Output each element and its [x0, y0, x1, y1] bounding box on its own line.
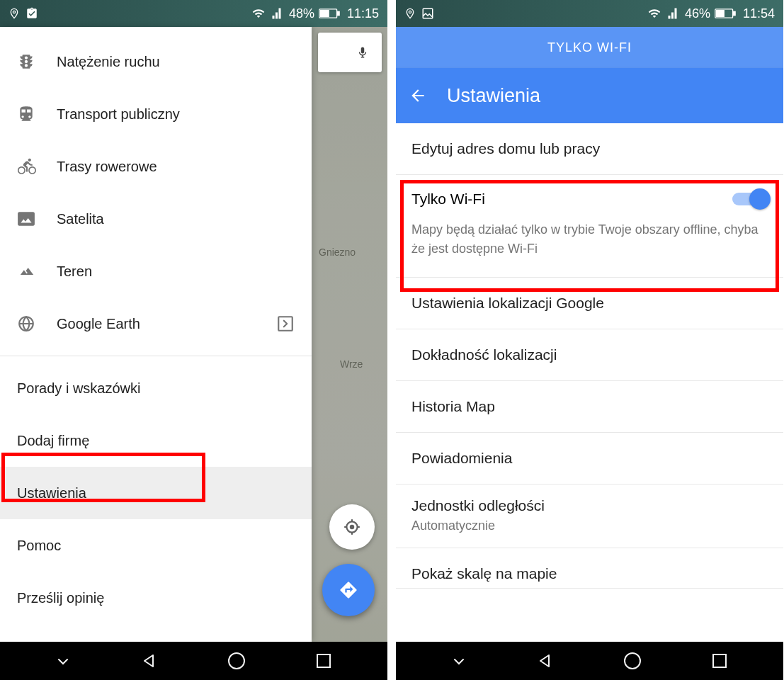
drawer-label: Porady i wskazówki: [17, 380, 295, 397]
drawer-item-tips[interactable]: Porady i wskazówki: [0, 362, 312, 414]
map-label-gniezno: Gniezno: [319, 246, 356, 258]
drawer-item-settings[interactable]: Ustawienia: [0, 467, 312, 519]
bike-icon: [17, 157, 57, 176]
location-icon: [8, 6, 20, 21]
wifi-icon: [647, 7, 662, 20]
drawer-label: Prześlij opinię: [17, 590, 295, 606]
drawer-label: Google Earth: [57, 316, 276, 332]
setting-label: Powiadomienia: [411, 450, 512, 466]
svg-point-14: [409, 11, 411, 13]
svg-rect-15: [423, 8, 433, 18]
setting-label: Historia Map: [411, 398, 495, 414]
battery-icon: [319, 8, 340, 19]
wifi-description: Mapy będą działać tylko w trybie Twoje o…: [411, 220, 768, 259]
svg-rect-20: [713, 654, 726, 667]
drawer-label: Ustawienia: [17, 485, 295, 502]
status-bar: 46% 11:54: [396, 0, 783, 27]
wifi-toggle[interactable]: [732, 193, 768, 205]
signal-icon: [271, 7, 285, 20]
battery-percent: 46%: [685, 6, 710, 21]
offline-areas-link[interactable]: Twoje obszary offline: [598, 222, 717, 237]
svg-rect-13: [317, 654, 330, 667]
nav-more-icon[interactable]: [56, 656, 70, 666]
drawer-item-satellite[interactable]: Satelita: [0, 193, 312, 245]
drawer-item-cycling[interactable]: Trasy rowerowe: [0, 140, 312, 193]
setting-distance-units[interactable]: Jednostki odległości Automatycznie: [396, 484, 783, 548]
settings-list: Edytuj adres domu lub pracy Tylko Wi-Fi …: [396, 123, 783, 642]
setting-edit-address[interactable]: Edytuj adres domu lub pracy: [396, 123, 783, 175]
svg-point-12: [229, 653, 244, 669]
nav-home-icon[interactable]: [623, 652, 642, 670]
svg-rect-2: [337, 11, 339, 15]
banner-text: TYLKO WI-FI: [547, 40, 632, 55]
svg-point-5: [351, 526, 353, 528]
divider: [0, 356, 312, 356]
search-voice-button[interactable]: [318, 33, 382, 72]
drawer-item-earth[interactable]: Google Earth: [0, 298, 312, 350]
image-small-icon: [421, 7, 434, 20]
setting-label: Dokładność lokalizacji: [411, 346, 557, 363]
nav-recent-icon[interactable]: [712, 653, 727, 669]
app-bar: Ustawienia: [396, 68, 783, 123]
terrain-icon: [17, 264, 57, 278]
svg-rect-11: [278, 317, 292, 331]
setting-label: Tylko Wi-Fi: [411, 191, 732, 208]
traffic-icon: [17, 52, 57, 71]
phone-left: 48% 11:15 Gniezno Wrze Natężenie ruchu T…: [0, 0, 387, 680]
setting-location-accuracy[interactable]: Dokładność lokalizacji: [396, 329, 783, 381]
location-icon: [404, 6, 416, 21]
setting-show-scale[interactable]: Pokaż skalę na mapie: [396, 548, 783, 589]
wifi-only-banner: TYLKO WI-FI: [396, 27, 783, 68]
setting-label: Edytuj adres domu lub pracy: [411, 140, 600, 157]
svg-rect-17: [733, 11, 735, 15]
drawer-label: Trasy rowerowe: [57, 159, 295, 175]
drawer-item-transit[interactable]: Transport publiczny: [0, 88, 312, 140]
drawer-label: Satelita: [57, 211, 295, 227]
setting-maps-history[interactable]: Historia Map: [396, 381, 783, 433]
svg-rect-18: [717, 11, 725, 17]
drawer-item-feedback[interactable]: Prześlij opinię: [0, 572, 312, 624]
status-time: 11:15: [347, 6, 379, 21]
directions-fab[interactable]: [322, 564, 375, 616]
my-location-button[interactable]: [329, 504, 375, 550]
wifi-icon: [251, 7, 266, 20]
export-icon: [276, 314, 295, 333]
phone-right: 46% 11:54 TYLKO WI-FI Ustawienia Edytuj …: [396, 0, 783, 680]
drawer-item-help[interactable]: Pomoc: [0, 519, 312, 572]
drawer-label: Teren: [57, 264, 295, 280]
drawer-label: Dodaj firmę: [17, 433, 295, 449]
drawer-label: Transport publiczny: [57, 106, 295, 123]
back-button[interactable]: [409, 86, 427, 105]
svg-point-19: [625, 653, 640, 669]
status-bar: 48% 11:15: [0, 0, 387, 27]
train-icon: [17, 105, 57, 123]
setting-value: Automatycznie: [411, 517, 768, 535]
drawer-label: Natężenie ruchu: [57, 54, 295, 70]
setting-notifications[interactable]: Powiadomienia: [396, 433, 783, 484]
setting-label: Jednostki odległości: [411, 497, 768, 514]
signal-icon: [666, 7, 681, 20]
drawer-item-traffic[interactable]: Natężenie ruchu: [0, 35, 312, 88]
nav-more-icon[interactable]: [452, 656, 466, 666]
drawer-item-add-business[interactable]: Dodaj firmę: [0, 414, 312, 467]
drawer-label: Pomoc: [17, 538, 295, 554]
nav-recent-icon[interactable]: [316, 653, 331, 669]
navigation-drawer: Natężenie ruchu Transport publiczny Tras…: [0, 27, 312, 642]
drawer-item-terrain[interactable]: Teren: [0, 245, 312, 298]
setting-google-location[interactable]: Ustawienia lokalizacji Google: [396, 278, 783, 329]
nav-home-icon[interactable]: [227, 652, 246, 670]
android-nav-bar: [0, 642, 387, 680]
image-icon: [17, 210, 57, 228]
svg-point-0: [13, 11, 15, 13]
nav-back-icon[interactable]: [536, 652, 553, 669]
android-nav-bar: [396, 642, 783, 680]
map-peek[interactable]: Gniezno Wrze: [312, 27, 387, 642]
setting-wifi-only[interactable]: Tylko Wi-Fi Mapy będą działać tylko w tr…: [396, 175, 783, 278]
setting-label: Ustawienia lokalizacji Google: [411, 295, 604, 311]
setting-label: Pokaż skalę na mapie: [411, 565, 557, 582]
battery-icon: [715, 8, 736, 19]
map-label-wrze: Wrze: [340, 358, 363, 370]
svg-rect-3: [321, 11, 329, 17]
nav-back-icon[interactable]: [140, 652, 157, 669]
page-title: Ustawienia: [447, 85, 540, 107]
